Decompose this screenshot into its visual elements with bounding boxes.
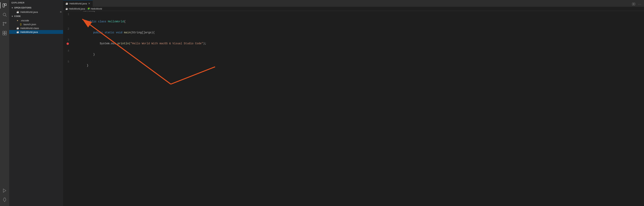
- code-section-label: CODE: [14, 15, 21, 17]
- code-editor[interactable]: 1 Run | Debug public class HelloWorld{ 2…: [63, 11, 644, 206]
- breadcrumb-classname: HelloWorld: [91, 8, 102, 10]
- svg-point-6: [3, 25, 4, 26]
- open-editors-arrow: ▾: [11, 6, 14, 9]
- line-number-3: 3: [63, 38, 72, 42]
- line-content-1: Run | Debug public class HelloWorld{: [72, 13, 644, 27]
- keyword-static: static: [105, 31, 116, 34]
- svg-rect-9: [3, 33, 4, 35]
- vscode-folder[interactable]: ▸ .vscode: [9, 19, 63, 22]
- svg-rect-10: [5, 33, 6, 35]
- helloworld-java-filename: HelloWorld.java: [20, 31, 38, 34]
- tab-java-icon: ☕: [66, 2, 68, 5]
- tab-actions: ···: [630, 1, 644, 7]
- breadcrumb-class-icon: 🧩: [87, 8, 90, 10]
- classname-helloworld: HelloWorld: [108, 20, 124, 23]
- semicolon: );: [203, 42, 206, 45]
- inner-close-brace: }: [87, 53, 95, 56]
- keyword-void: void: [116, 31, 124, 34]
- method-main: main: [124, 31, 130, 34]
- svg-rect-13: [634, 3, 635, 5]
- breadcrumb-separator: ›: [86, 8, 86, 10]
- editor-area: ☕ HelloWorld.java ✕ ··· ☕ HelloWorld.jav…: [63, 0, 644, 206]
- line-content-5: }: [72, 60, 644, 71]
- code-line-4: 4 }: [63, 49, 644, 60]
- svg-rect-8: [5, 31, 6, 33]
- line-number-5: 5: [63, 60, 72, 64]
- brace-open: {: [124, 20, 126, 23]
- open-editors-label: OPEN EDITORS: [14, 7, 32, 9]
- svg-rect-12: [632, 3, 634, 5]
- svg-point-4: [3, 22, 4, 23]
- svg-line-3: [6, 16, 7, 17]
- line-number-2: 2: [63, 27, 72, 31]
- code-line-3: 3 System.out.println("Hello World With m…: [63, 38, 644, 49]
- helloworld-class-filename: HelloWorld.class: [20, 27, 39, 30]
- open-editor-helloworld-java[interactable]: ☕ HelloWorld.java ✕: [9, 10, 63, 14]
- activity-bar: [0, 0, 9, 206]
- split-editor-btn[interactable]: [631, 1, 636, 7]
- system-out: System.o: [87, 42, 112, 45]
- code-line-5: 5 }: [63, 60, 644, 71]
- source-control-activity-icon[interactable]: [0, 19, 9, 29]
- folder-icon: ▸: [16, 19, 19, 22]
- sidebar-header: EXPLORER: [9, 0, 63, 6]
- svg-rect-0: [3, 4, 4, 7]
- keyword-public2: public: [87, 31, 104, 34]
- tab-bar: ☕ HelloWorld.java ✕ ···: [63, 0, 644, 7]
- svg-rect-1: [5, 4, 6, 6]
- hello-world-string: "Hello World With macOS & Visual Studio …: [130, 42, 203, 45]
- svg-point-2: [3, 13, 6, 16]
- code-section[interactable]: ▾ CODE: [9, 14, 63, 19]
- main-params: (String[]args){: [130, 31, 155, 34]
- keyword-public: public: [87, 20, 98, 23]
- tab-filename: HelloWorld.java: [70, 2, 87, 5]
- svg-marker-11: [3, 189, 6, 192]
- outer-close-brace: }: [87, 64, 88, 67]
- extensions-activity-icon[interactable]: [0, 29, 9, 38]
- run-activity-icon[interactable]: [0, 186, 9, 195]
- keyword-class: class: [98, 20, 108, 23]
- code-line-2: 2 public static void main(String[]args){: [63, 27, 644, 38]
- line-number-1: 1: [63, 13, 72, 16]
- close-editor-btn[interactable]: ✕: [60, 11, 62, 14]
- run-debug-hint[interactable]: Run | Debug: [83, 11, 95, 13]
- helloworld-java-file[interactable]: ☕ HelloWorld.java: [9, 30, 63, 34]
- sidebar: EXPLORER ▾ OPEN EDITORS ☕ HelloWorld.jav…: [9, 0, 63, 206]
- tab-close-btn[interactable]: ✕: [88, 2, 90, 5]
- json-file-icon: {}: [19, 23, 22, 26]
- code-line-1: 1 Run | Debug public class HelloWorld{: [63, 13, 644, 27]
- class-file-icon: ☕: [16, 27, 19, 30]
- vscode-folder-name: .vscode: [20, 19, 29, 22]
- breadcrumb-class[interactable]: 🧩 HelloWorld: [87, 8, 102, 10]
- line-content-3: System.out.println("Hello World With mac…: [72, 38, 644, 49]
- line-content-4: }: [72, 49, 644, 60]
- test-activity-icon[interactable]: [0, 195, 9, 204]
- system-out2: ut: [113, 42, 116, 45]
- open-editor-filename: HelloWorld.java: [20, 11, 38, 14]
- open-editors-section[interactable]: ▾ OPEN EDITORS: [9, 6, 63, 10]
- more-actions-btn[interactable]: ···: [637, 1, 642, 7]
- breadcrumb-file[interactable]: ☕ HelloWorld.java: [66, 8, 85, 10]
- breadcrumb: ☕ HelloWorld.java › 🧩 HelloWorld: [63, 7, 644, 11]
- java-file-icon: ☕: [16, 11, 19, 14]
- java-active-icon: ☕: [16, 31, 19, 34]
- launch-json-filename: launch.json: [24, 23, 36, 26]
- breadcrumb-filename: HelloWorld.java: [69, 8, 85, 10]
- breadcrumb-java-icon: ☕: [66, 8, 68, 10]
- breakpoint-dot[interactable]: [66, 43, 69, 45]
- explorer-activity-icon[interactable]: [0, 1, 9, 10]
- line-content-2: public static void main(String[]args){: [72, 27, 644, 38]
- launch-json-file[interactable]: {} launch.json: [9, 22, 63, 26]
- println: .println(: [116, 42, 130, 45]
- code-section-arrow: ▾: [11, 15, 14, 18]
- search-activity-icon[interactable]: [0, 10, 9, 19]
- helloworld-class-file[interactable]: ☕ HelloWorld.class: [9, 26, 63, 30]
- svg-rect-7: [3, 31, 4, 33]
- helloworld-tab[interactable]: ☕ HelloWorld.java ✕: [63, 0, 93, 7]
- line-number-4: 4: [63, 49, 72, 53]
